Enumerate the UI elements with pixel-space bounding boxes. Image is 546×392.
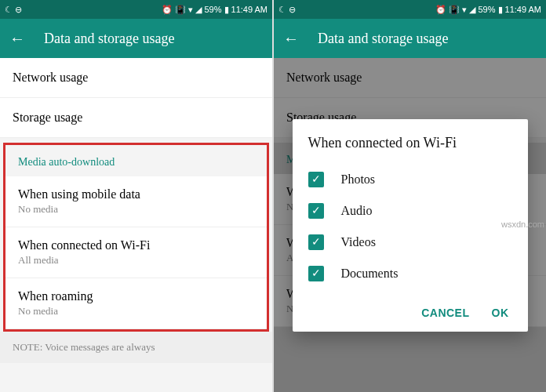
- moon-icon: ☾: [278, 5, 286, 15]
- option-label: Videos: [341, 235, 376, 249]
- app-bar: ← Data and storage usage: [0, 19, 272, 58]
- page-title: Data and storage usage: [44, 31, 174, 47]
- option-label: Photos: [341, 172, 376, 187]
- dialog-title: When connected on Wi-Fi: [308, 135, 512, 151]
- wifi-icon: ▾: [462, 5, 467, 15]
- clock-text: 11:49 AM: [231, 5, 268, 14]
- media-autodownload-header: Media auto-download: [5, 145, 267, 176]
- option-audio[interactable]: ✓ Audio: [308, 195, 512, 227]
- checkbox-checked-icon[interactable]: ✓: [308, 266, 324, 281]
- wifi-dialog: When connected on Wi-Fi ✓ Photos ✓ Audio…: [293, 119, 528, 332]
- item-title: When using mobile data: [18, 187, 254, 201]
- status-bar: ☾ ⊖ ⏰ 📳 ▾ ◢ 59% ▮ 11:49 AM: [274, 0, 546, 19]
- wifi-icon: ▾: [188, 5, 193, 15]
- network-usage-item[interactable]: Network usage: [0, 58, 272, 98]
- item-title: When connected on Wi-Fi: [18, 238, 254, 252]
- screenshot-right: ☾ ⊖ ⏰ 📳 ▾ ◢ 59% ▮ 11:49 AM ← Data and st…: [274, 0, 546, 392]
- status-bar: ☾ ⊖ ⏰ 📳 ▾ ◢ 59% ▮ 11:49 AM: [0, 0, 272, 19]
- battery-icon: ▮: [224, 5, 229, 15]
- app-bar: ← Data and storage usage: [274, 19, 546, 58]
- item-subtitle: All media: [18, 254, 254, 267]
- back-arrow-icon[interactable]: ←: [283, 30, 299, 48]
- option-documents[interactable]: ✓ Documents: [308, 258, 512, 289]
- storage-usage-item[interactable]: Storage usage: [0, 98, 272, 138]
- network-usage-item: Network usage: [274, 58, 546, 98]
- wifi-item[interactable]: When connected on Wi-Fi All media: [5, 227, 267, 278]
- checkbox-checked-icon[interactable]: ✓: [308, 172, 324, 187]
- note-text: NOTE: Voice messages are always: [0, 332, 272, 363]
- item-subtitle: No media: [18, 305, 254, 318]
- checkbox-checked-icon[interactable]: ✓: [308, 234, 324, 250]
- option-label: Audio: [341, 204, 373, 218]
- roaming-item[interactable]: When roaming No media: [5, 278, 267, 329]
- item-subtitle: No media: [18, 203, 254, 216]
- ok-button[interactable]: OK: [492, 307, 509, 319]
- vibrate-icon: 📳: [175, 5, 186, 15]
- vibrate-icon: 📳: [449, 5, 460, 15]
- dnd-icon: ⊖: [289, 5, 296, 15]
- cancel-button[interactable]: CANCEL: [421, 307, 469, 319]
- mobile-data-item[interactable]: When using mobile data No media: [5, 176, 267, 227]
- highlight-box: Media auto-download When using mobile da…: [3, 143, 269, 332]
- checkbox-checked-icon[interactable]: ✓: [308, 203, 324, 219]
- moon-icon: ☾: [5, 5, 13, 15]
- page-title: Data and storage usage: [318, 31, 448, 47]
- dialog-actions: CANCEL OK: [308, 300, 512, 325]
- alarm-icon: ⏰: [435, 5, 446, 15]
- battery-icon: ▮: [498, 5, 503, 15]
- option-label: Documents: [341, 267, 399, 281]
- clock-text: 11:49 AM: [505, 5, 541, 14]
- battery-pct: 59%: [204, 5, 221, 14]
- watermark-text: wsxdn.com: [501, 220, 544, 229]
- back-arrow-icon[interactable]: ←: [9, 30, 25, 48]
- option-photos[interactable]: ✓ Photos: [308, 164, 512, 195]
- alarm-icon: ⏰: [162, 5, 173, 15]
- dnd-icon: ⊖: [15, 5, 22, 15]
- signal-icon: ◢: [469, 5, 475, 15]
- option-videos[interactable]: ✓ Videos: [308, 227, 512, 258]
- battery-pct: 59%: [478, 5, 495, 14]
- screenshot-left: ☾ ⊖ ⏰ 📳 ▾ ◢ 59% ▮ 11:49 AM ← Data and st…: [0, 0, 272, 392]
- settings-content: Network usage Storage usage Media auto-d…: [0, 58, 272, 392]
- signal-icon: ◢: [195, 5, 202, 15]
- item-title: When roaming: [18, 289, 254, 303]
